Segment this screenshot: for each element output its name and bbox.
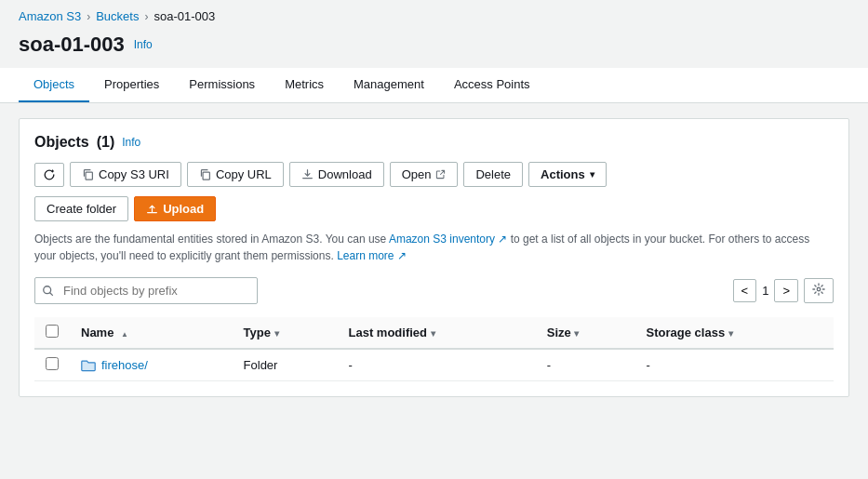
inventory-link[interactable]: Amazon S3 inventory ↗ [389, 233, 507, 246]
tab-access-points[interactable]: Access Points [439, 68, 545, 102]
copy-url-icon [199, 168, 211, 180]
pagination: < 1 > [733, 278, 834, 303]
objects-description: Objects are the fundamental entities sto… [34, 231, 834, 264]
search-input-wrap [34, 277, 258, 304]
create-folder-button[interactable]: Create folder [34, 196, 128, 221]
objects-title: Objects [34, 134, 89, 151]
breadcrumb-sep-1: › [87, 10, 90, 23]
svg-point-3 [817, 287, 821, 291]
refresh-button[interactable] [34, 163, 64, 187]
breadcrumb-buckets[interactable]: Buckets [96, 9, 139, 23]
tab-management[interactable]: Management [339, 68, 439, 102]
copy-icon [82, 168, 94, 180]
upload-icon [146, 203, 158, 215]
folder-icon [81, 359, 96, 372]
row-checkbox-cell [34, 349, 70, 381]
upload-button[interactable]: Upload [134, 196, 216, 221]
col-last-modified[interactable]: Last modified ▾ [338, 317, 536, 349]
objects-table: Name ▲ Type ▾ Last modified ▾ Size [34, 317, 834, 381]
sort-icon-storage-class: ▾ [728, 328, 733, 339]
sort-icon-name: ▲ [121, 330, 128, 339]
copy-s3-uri-button[interactable]: Copy S3 URI [70, 162, 181, 187]
col-size[interactable]: Size ▾ [536, 317, 635, 349]
col-name[interactable]: Name ▲ [70, 317, 233, 349]
download-button[interactable]: Download [289, 162, 384, 187]
open-button[interactable]: Open [390, 162, 459, 187]
row-storage-class-cell: - [635, 349, 834, 381]
toolbar-row2: Create folder Upload [34, 196, 834, 221]
svg-rect-1 [203, 172, 209, 180]
search-icon [42, 285, 55, 298]
svg-rect-0 [86, 172, 92, 180]
search-bar: < 1 > [34, 277, 834, 304]
copy-url-button[interactable]: Copy URL [187, 162, 284, 187]
sort-icon-type: ▾ [274, 328, 279, 339]
row-type-cell: Folder [233, 349, 338, 381]
main-content: Objects (1) Info Copy S3 URI [0, 103, 868, 412]
search-input[interactable] [34, 277, 258, 304]
download-icon [301, 168, 314, 180]
row-name-link[interactable]: firehose/ [81, 358, 221, 372]
breadcrumb-s3[interactable]: Amazon S3 [19, 9, 81, 23]
row-name-cell: firehose/ [70, 349, 233, 381]
objects-count: (1) [97, 134, 115, 151]
refresh-icon [43, 168, 56, 181]
actions-button[interactable]: Actions ▾ [528, 162, 607, 187]
row-last-modified-cell: - [338, 349, 536, 381]
row-checkbox[interactable] [46, 357, 59, 370]
pagination-prev[interactable]: < [733, 279, 757, 302]
page-title: soa-01-003 [19, 33, 125, 57]
page-info-link[interactable]: Info [134, 38, 153, 51]
row-size-cell: - [536, 349, 635, 381]
breadcrumb-current: soa-01-003 [154, 9, 215, 23]
table-settings-button[interactable] [804, 278, 834, 303]
tab-objects[interactable]: Objects [19, 68, 89, 102]
page-header: soa-01-003 Info [0, 29, 868, 68]
learn-more-link[interactable]: Learn more ↗ [337, 249, 407, 262]
tabs-bar: Objects Properties Permissions Metrics M… [0, 68, 868, 103]
pagination-next[interactable]: > [774, 279, 798, 302]
col-type[interactable]: Type ▾ [233, 317, 338, 349]
table-body: firehose/ Folder - - - [34, 349, 834, 381]
sort-icon-size: ▾ [574, 328, 579, 339]
tab-metrics[interactable]: Metrics [270, 68, 339, 102]
table-head: Name ▲ Type ▾ Last modified ▾ Size [34, 317, 834, 349]
toolbar-row1: Copy S3 URI Copy URL Download Open [34, 162, 834, 187]
col-storage-class[interactable]: Storage class ▾ [635, 317, 834, 349]
select-all-col [34, 317, 70, 349]
actions-dropdown-icon: ▾ [590, 169, 594, 180]
pagination-current: 1 [762, 284, 768, 298]
objects-header: Objects (1) Info [34, 134, 834, 151]
tab-properties[interactable]: Properties [89, 68, 174, 102]
settings-icon [812, 283, 825, 296]
objects-panel: Objects (1) Info Copy S3 URI [19, 118, 849, 397]
objects-info-link[interactable]: Info [122, 136, 140, 149]
external-link-icon [435, 169, 446, 180]
breadcrumb: Amazon S3 › Buckets › soa-01-003 [0, 0, 868, 29]
delete-button[interactable]: Delete [463, 162, 523, 187]
table-row: firehose/ Folder - - - [34, 349, 834, 381]
tab-permissions[interactable]: Permissions [174, 68, 270, 102]
sort-icon-last-modified: ▾ [431, 328, 435, 339]
select-all-checkbox[interactable] [46, 325, 59, 338]
breadcrumb-sep-2: › [144, 10, 148, 23]
